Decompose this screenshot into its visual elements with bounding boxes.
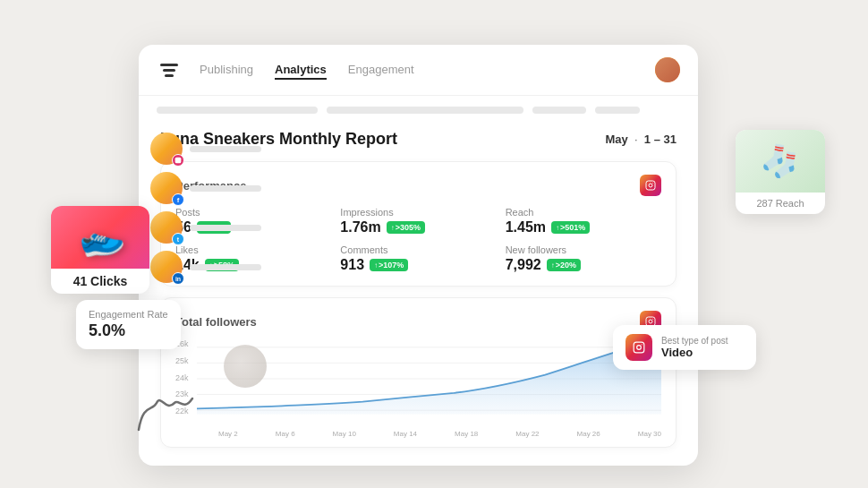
badge-comments: >107% (370, 259, 408, 271)
app-logo (157, 57, 182, 82)
social-line-facebook (190, 185, 261, 192)
followers-header: Total followers (175, 311, 661, 332)
x-label-4: May 18 (455, 430, 478, 438)
reach-card-body: 287 Reach (736, 193, 825, 214)
svg-rect-14 (634, 342, 644, 353)
social-item-linkedin: in (150, 251, 261, 283)
metric-comments: Comments 913 >107% (340, 244, 496, 273)
best-post-card: Best type of post Video (613, 325, 756, 370)
reach-card-image: 🧦 (736, 130, 825, 193)
x-label-3: May 14 (394, 430, 417, 438)
engagement-card: Engagement Rate 5.0% (76, 300, 181, 349)
linkedin-badge: in (172, 272, 184, 285)
twitter-badge: t (172, 233, 184, 245)
instagram-badge (172, 154, 184, 167)
nav-tabs: Publishing Analytics Engagement (200, 61, 637, 80)
tab-publishing[interactable]: Publishing (200, 61, 253, 80)
social-item-twitter: t (150, 211, 261, 244)
social-list: f t in (150, 133, 261, 283)
badge-impressions: >305% (387, 221, 425, 234)
svg-rect-11 (175, 158, 182, 164)
svg-point-4 (649, 320, 652, 323)
followers-title: Total followers (175, 315, 257, 329)
x-label-1: May 6 (276, 430, 295, 438)
instagram-icon (640, 175, 661, 196)
facebook-badge: f (172, 193, 184, 206)
svg-rect-0 (646, 181, 655, 190)
badge-reach: >501% (551, 221, 590, 234)
top-nav: Publishing Analytics Engagement (139, 45, 698, 96)
reach-card: 🧦 287 Reach (736, 130, 825, 214)
clicks-value: 41 Clicks (58, 274, 142, 288)
metric-reach: Reach 1.45m >501% (506, 207, 661, 235)
social-avatar-twitter: t (150, 211, 183, 244)
x-label-0: May 2 (218, 430, 238, 438)
social-item-facebook: f (150, 172, 261, 204)
y-label-1: 25k (175, 356, 189, 365)
engagement-value: 5.0% (89, 321, 168, 340)
x-label-5: May 22 (515, 430, 539, 438)
report-date: May · 1 – 31 (605, 133, 677, 146)
svg-point-16 (642, 344, 642, 345)
social-avatar-instagram (150, 133, 183, 165)
chart-x-labels: May 2 May 6 May 10 May 14 May 18 May 22 … (197, 428, 661, 438)
skeleton-row (139, 96, 698, 121)
metric-followers: New followers 7,992 >20% (506, 244, 661, 273)
clicks-card-body: 41 Clicks (51, 269, 149, 294)
followers-chart-svg (197, 339, 661, 418)
x-label-2: May 10 (333, 430, 356, 438)
tab-engagement[interactable]: Engagement (348, 61, 414, 80)
user-avatar[interactable] (655, 57, 680, 82)
badge-followers: >20% (547, 259, 581, 271)
reach-value: 287 Reach (743, 198, 818, 209)
metric-impressions: Impressions 1.76m >305% (340, 207, 496, 235)
squiggle-decoration (130, 385, 201, 439)
social-avatar-facebook: f (150, 172, 183, 204)
social-line-twitter (190, 225, 261, 231)
svg-point-13 (179, 158, 180, 159)
dot-decoration (224, 345, 267, 388)
best-post-icon (625, 334, 652, 361)
svg-point-5 (652, 319, 653, 320)
social-line-instagram (190, 146, 261, 152)
clicks-card: 👟 41 Clicks (51, 206, 149, 294)
clicks-card-image: 👟 (51, 206, 149, 269)
tab-analytics[interactable]: Analytics (275, 61, 327, 80)
social-avatar-linkedin: in (150, 251, 183, 283)
y-label-2: 24k (175, 373, 189, 382)
svg-point-15 (637, 346, 642, 350)
social-line-linkedin (190, 264, 261, 270)
svg-point-2 (652, 183, 653, 184)
best-post-info: Best type of post Video (661, 336, 728, 359)
x-label-7: May 30 (638, 430, 661, 438)
svg-point-1 (649, 184, 652, 187)
social-item-instagram (150, 133, 261, 165)
best-post-label: Best type of post (661, 336, 728, 346)
best-post-value: Video (661, 346, 728, 359)
engagement-label: Engagement Rate (89, 309, 168, 320)
x-label-6: May 26 (577, 430, 600, 438)
